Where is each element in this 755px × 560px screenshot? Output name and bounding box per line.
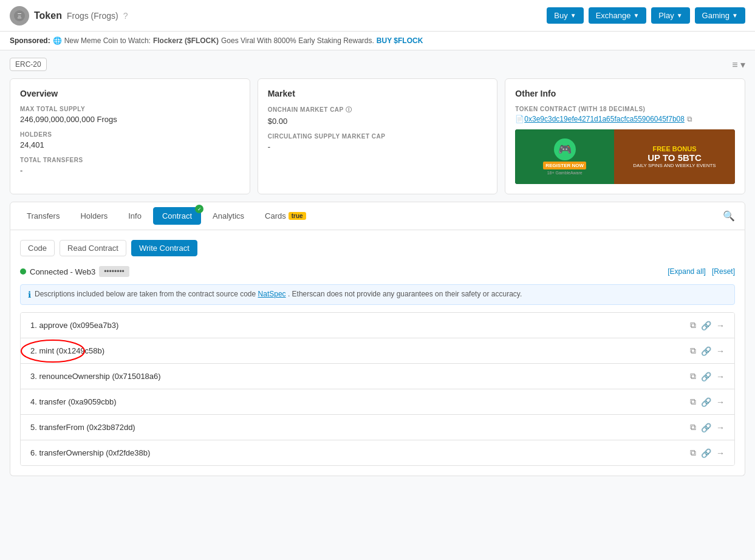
function-item-1: 1. approve (0x095ea7b3) ⧉ 🔗 →: [21, 313, 734, 338]
arrow-icon-5[interactable]: →: [716, 423, 725, 432]
function-name-5: 5. transferFrom (0x23b872dd): [30, 423, 135, 432]
function-name-2: 2. mint (0x1249c58b): [30, 346, 104, 355]
contract-label: TOKEN CONTRACT (WITH 18 DECIMALS): [515, 106, 735, 112]
file-icon: 📄: [515, 115, 524, 123]
ad-banner: 🎮 REGISTER NOW 18+ GambleAware FREE BONU…: [515, 129, 735, 184]
bc-game-logo: 🎮: [554, 138, 576, 160]
sponsored-globe: 🌐: [53, 36, 62, 45]
buy-button[interactable]: Buy ▼: [547, 7, 583, 24]
list-view-icon[interactable]: ≡ ▾: [732, 59, 745, 70]
link-icon-2[interactable]: 🔗: [701, 346, 711, 356]
holders-label: HOLDERS: [20, 131, 240, 138]
onchain-cap-label: ONCHAIN MARKET CAP ⓘ: [268, 106, 488, 114]
arrow-icon-3[interactable]: →: [716, 372, 725, 381]
function-name-4: 4. transfer (0xa9059cbb): [30, 397, 117, 406]
tab-analytics[interactable]: Analytics: [203, 207, 253, 225]
verified-badge: ✓: [195, 205, 203, 213]
sponsored-rest: Goes Viral With 8000% Early Staking Rewa…: [221, 36, 374, 45]
function-item-4: 4. transfer (0xa9059cbb) ⧉ 🔗 →: [21, 389, 734, 415]
exchange-button[interactable]: Exchange ▼: [589, 7, 647, 24]
copy-icon-6[interactable]: ⧉: [690, 448, 696, 458]
function-item-2: 2. mint (0x1249c58b) ⧉ 🔗 →: [21, 338, 734, 364]
exchange-chevron: ▼: [633, 12, 639, 19]
connected-address: ••••••••: [99, 266, 129, 277]
link-icon-6[interactable]: 🔗: [701, 448, 711, 458]
copy-icon-2[interactable]: ⧉: [690, 346, 696, 356]
contract-content: Code Read Contract Write Contract Connec…: [10, 230, 745, 476]
arrow-icon-1[interactable]: →: [716, 321, 725, 330]
help-icon[interactable]: ?: [123, 11, 128, 21]
copy-address-icon[interactable]: ⧉: [687, 115, 692, 123]
reset-btn[interactable]: [Reset]: [712, 267, 735, 276]
ad-free-text: FREE BONUS: [652, 145, 696, 152]
main-content: ERC-20 ≡ ▾ Overview MAX TOTAL SUPPLY 246…: [0, 50, 755, 483]
tab-info[interactable]: Info: [119, 207, 151, 225]
link-icon-4[interactable]: 🔗: [701, 397, 711, 407]
max-supply-label: MAX TOTAL SUPPLY: [20, 106, 240, 112]
ad-right-section: FREE BONUS UP TO 5BTC DAILY SPINS AND WE…: [614, 129, 735, 184]
new-badge: true: [289, 212, 306, 220]
function-actions-4: ⧉ 🔗 →: [690, 397, 725, 407]
ad-register-text[interactable]: REGISTER NOW: [543, 162, 586, 169]
erc-tag[interactable]: ERC-20: [10, 58, 47, 71]
info-bar: ℹ Descriptions included below are taken …: [20, 284, 735, 305]
subtab-write[interactable]: Write Contract: [131, 240, 197, 256]
tabs-left: Transfers Holders Info Contract ✓ Analyt…: [18, 207, 315, 225]
link-icon-1[interactable]: 🔗: [701, 321, 711, 330]
onchain-cap-value: $0.00: [268, 117, 488, 126]
header: Ξ Token Frogs (Frogs) ? Buy ▼ Exchange ▼…: [0, 0, 755, 32]
sponsored-bold: Flockerz ($FLOCK): [153, 36, 219, 45]
connected-dot: [20, 268, 26, 275]
sponsored-text: New Meme Coin to Watch:: [64, 36, 151, 45]
function-list: 1. approve (0x095ea7b3) ⧉ 🔗 → 2. mint (0…: [20, 312, 735, 466]
arrow-icon-6[interactable]: →: [716, 448, 725, 458]
sponsored-bar: Sponsored: 🌐 New Meme Coin to Watch: Flo…: [0, 32, 755, 50]
play-button[interactable]: Play ▼: [651, 7, 689, 24]
tab-contract-wrapper: Contract ✓: [153, 207, 201, 225]
tabs-row: Transfers Holders Info Contract ✓ Analyt…: [10, 202, 745, 230]
tab-cards[interactable]: Cards true: [256, 207, 315, 225]
buy-chevron: ▼: [570, 12, 576, 19]
info-icon: ℹ: [28, 290, 31, 299]
sponsored-label: Sponsored:: [10, 36, 50, 45]
info-cards-row: Overview MAX TOTAL SUPPLY 246,090,000,00…: [10, 78, 745, 194]
header-buttons: Buy ▼ Exchange ▼ Play ▼ Gaming ▼: [547, 7, 745, 24]
link-icon-3[interactable]: 🔗: [701, 372, 711, 381]
function-actions-1: ⧉ 🔗 →: [690, 320, 725, 330]
link-icon-5[interactable]: 🔗: [701, 423, 711, 432]
arrow-icon-4[interactable]: →: [716, 397, 725, 407]
connected-left: Connected - Web3 ••••••••: [20, 266, 129, 277]
connected-status: Connected - Web3: [30, 267, 95, 276]
tab-transfers[interactable]: Transfers: [18, 207, 69, 225]
function-actions-3: ⧉ 🔗 →: [690, 371, 725, 381]
subtab-code[interactable]: Code: [20, 240, 55, 256]
holders-value: 24,401: [20, 140, 240, 149]
sub-tabs: Code Read Contract Write Contract: [20, 240, 735, 256]
function-actions-2: ⧉ 🔗 →: [690, 346, 725, 356]
gaming-button[interactable]: Gaming ▼: [695, 7, 745, 24]
function-item-5: 5. transferFrom (0x23b872dd) ⧉ 🔗 →: [21, 415, 734, 440]
search-icon[interactable]: 🔍: [720, 208, 737, 224]
contract-address-link[interactable]: 0x3e9c3dc19efe4271d1a65facfca55906045f7b…: [524, 115, 685, 123]
subtab-read[interactable]: Read Contract: [60, 240, 126, 256]
total-transfers-label: TOTAL TRANSFERS: [20, 157, 240, 163]
connected-bar: Connected - Web3 •••••••• [Expand all] […: [20, 266, 735, 277]
circulating-cap-label: CIRCULATING SUPPLY MARKET CAP: [268, 133, 488, 140]
function-actions-5: ⧉ 🔗 →: [690, 422, 725, 432]
tab-contract[interactable]: Contract: [153, 207, 201, 225]
other-info-card: Other Info TOKEN CONTRACT (WITH 18 DECIM…: [505, 78, 745, 194]
copy-icon-5[interactable]: ⧉: [690, 422, 696, 432]
tag-row: ERC-20 ≡ ▾: [10, 58, 745, 71]
copy-icon-1[interactable]: ⧉: [690, 320, 696, 330]
play-chevron: ▼: [677, 12, 683, 19]
expand-all-btn[interactable]: [Expand all]: [668, 267, 706, 276]
arrow-icon-2[interactable]: →: [716, 346, 725, 356]
ad-daily-text: DAILY SPINS AND WEEKLY EVENTS: [633, 163, 716, 168]
market-title: Market: [268, 89, 488, 98]
overview-card: Overview MAX TOTAL SUPPLY 246,090,000,00…: [10, 78, 250, 194]
copy-icon-3[interactable]: ⧉: [690, 371, 696, 381]
natspec-link[interactable]: NatSpec: [258, 290, 286, 298]
sponsored-link[interactable]: BUY $FLOCK: [377, 36, 423, 45]
copy-icon-4[interactable]: ⧉: [690, 397, 696, 407]
tab-holders[interactable]: Holders: [71, 207, 117, 225]
